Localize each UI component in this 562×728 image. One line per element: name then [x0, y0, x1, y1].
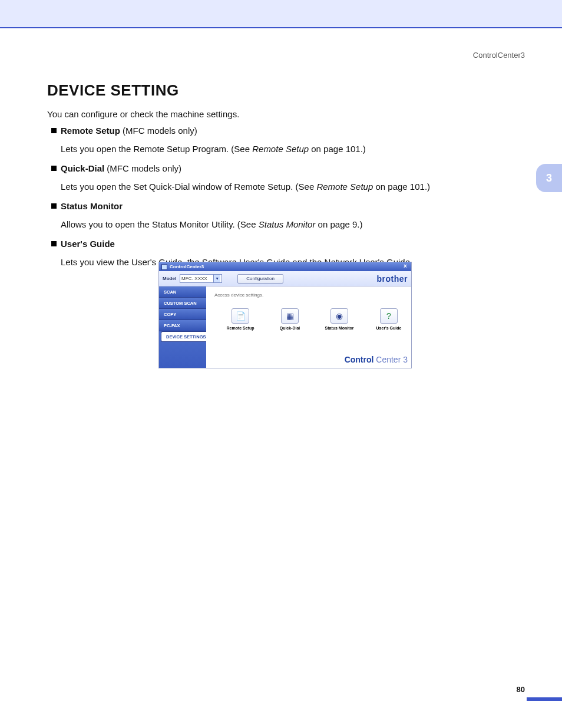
chapter-tab: 3 [536, 164, 562, 192]
app-sidebar: SCAN CUSTOM SCAN COPY PC-FAX DEVICE SETT… [159, 286, 206, 368]
section-title: DEVICE SETTING [47, 81, 179, 100]
status-monitor-button[interactable]: ◉ Status Monitor [323, 308, 356, 330]
bullet-desc: Lets you open the Remote Setup Program. … [61, 143, 517, 155]
bullet-status-monitor: Status Monitor Allows you to open the St… [51, 200, 517, 230]
sidebar-item-scan[interactable]: SCAN [159, 286, 206, 298]
bullet-note: (MFC models only) [107, 163, 181, 173]
icon-label: Status Monitor [325, 326, 354, 330]
icon-label: Quick-Dial [280, 326, 300, 330]
sidebar-item-copy[interactable]: COPY [159, 309, 206, 320]
brother-logo: brother [377, 274, 408, 284]
remote-setup-button[interactable]: 📄 Remote Setup [224, 308, 257, 330]
bullet-title: Status Monitor [61, 201, 123, 211]
window-titlebar: ControlCenter3 × [159, 262, 411, 271]
square-bullet-icon [51, 241, 57, 246]
bullet-title: Remote Setup [61, 126, 120, 136]
square-bullet-icon [51, 166, 57, 171]
icon-label: Remote Setup [226, 326, 254, 330]
sidebar-item-pc-fax[interactable]: PC-FAX [159, 320, 206, 331]
feature-list: Remote Setup (MFC models only) Lets you … [51, 124, 517, 275]
bullet-title: User's Guide [61, 239, 115, 249]
icon-label: User's Guide [376, 326, 402, 330]
model-value: MFC- XXXX [181, 276, 207, 281]
page-number: 80 [517, 685, 525, 694]
square-bullet-icon [51, 203, 57, 209]
close-icon[interactable]: × [402, 263, 409, 270]
top-band [0, 0, 562, 28]
bullet-remote-setup: Remote Setup (MFC models only) Lets you … [51, 124, 517, 155]
footer-accent-bar [527, 697, 562, 701]
square-bullet-icon [51, 128, 57, 133]
model-select[interactable]: MFC- XXXX ▼ [180, 274, 222, 283]
sidebar-item-device-settings[interactable]: DEVICE SETTINGS [161, 331, 206, 342]
help-icon: ? [380, 308, 398, 324]
app-icon [161, 264, 167, 270]
window-title: ControlCenter3 [170, 264, 204, 269]
controlcenter-window: ControlCenter3 × Model MFC- XXXX ▼ Confi… [158, 262, 412, 368]
keypad-icon: ▦ [281, 308, 299, 324]
header-product-name: ControlCenter3 [473, 51, 525, 60]
bullet-desc: Allows you to open the Status Monitor Ut… [61, 218, 517, 230]
bullet-desc: Lets you open the Set Quick-Dial window … [61, 180, 517, 193]
monitor-icon: ◉ [330, 308, 348, 324]
controlcenter-brand: Control Center 3 [345, 355, 408, 364]
app-main-panel: Access device settings. 📄 Remote Setup ▦… [206, 286, 411, 368]
document-icon: 📄 [232, 308, 249, 324]
bullet-quick-dial: Quick-Dial (MFC models only) Lets you op… [51, 162, 517, 193]
chevron-down-icon: ▼ [213, 275, 220, 282]
configuration-button[interactable]: Configuration [237, 274, 283, 284]
users-guide-button[interactable]: ? User's Guide [372, 308, 405, 330]
bullet-title: Quick-Dial [61, 163, 104, 173]
model-label: Model [163, 276, 176, 281]
panel-caption: Access device settings. [214, 292, 405, 298]
section-intro: You can configure or check the machine s… [47, 109, 239, 119]
quick-dial-button[interactable]: ▦ Quick-Dial [273, 308, 306, 330]
sidebar-item-custom-scan[interactable]: CUSTOM SCAN [159, 298, 206, 309]
bullet-note: (MFC models only) [123, 126, 197, 136]
app-toolbar: Model MFC- XXXX ▼ Configuration brother [159, 271, 411, 286]
